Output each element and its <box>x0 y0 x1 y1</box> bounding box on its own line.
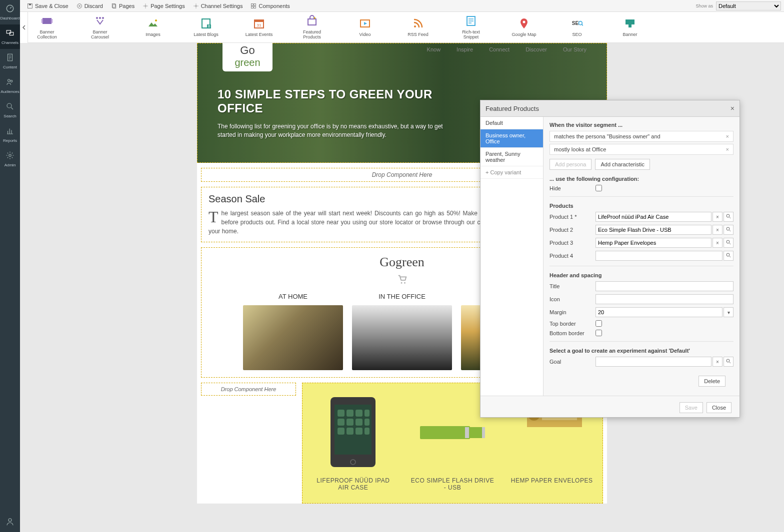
remove-segment-button[interactable]: × <box>726 146 729 152</box>
rail-label: Dashboard <box>0 16 20 20</box>
save-button[interactable]: Save <box>680 402 703 413</box>
clear-button[interactable]: × <box>712 225 722 235</box>
page-settings-label: Page Settings <box>150 3 185 9</box>
title-input[interactable] <box>596 281 734 291</box>
rail-channels[interactable]: Channels <box>0 24 20 49</box>
search-icon <box>726 214 731 219</box>
components-button[interactable]: Components <box>246 3 294 9</box>
triple-col-home[interactable]: AT HOME <box>243 293 343 370</box>
ribbon-rss-feed[interactable]: RSS Feed <box>404 17 432 37</box>
discard-label: Discard <box>84 3 103 9</box>
discard-button[interactable]: Discard <box>72 3 107 9</box>
ribbon-label: Video <box>351 32 379 37</box>
goal-heading: Select a goal to create an experiment ag… <box>550 348 734 354</box>
drop-zone[interactable]: Drop Component Here <box>201 383 296 396</box>
delete-button[interactable]: Delete <box>698 376 726 387</box>
icon-label: Icon <box>550 296 596 302</box>
clear-button[interactable]: × <box>712 212 722 222</box>
rail-dashboard[interactable]: Dashboard <box>0 0 20 24</box>
product-3-label: Product 3 <box>550 240 596 246</box>
clear-button[interactable]: × <box>712 238 722 248</box>
margin-label: Margin <box>550 309 596 315</box>
nav-item[interactable]: Connect <box>489 46 510 52</box>
discard-icon <box>76 3 82 9</box>
nav-item[interactable]: Know <box>427 46 441 52</box>
save-close-button[interactable]: Save & Close <box>23 3 72 9</box>
lookup-button[interactable] <box>724 357 734 367</box>
top-border-label: Top border <box>550 321 596 327</box>
show-as-select[interactable]: Default <box>716 1 781 10</box>
rail-audiences[interactable]: Audiences <box>0 73 20 98</box>
close-button[interactable]: Close <box>706 402 732 413</box>
pages-icon <box>111 3 117 9</box>
bottom-border-checkbox[interactable] <box>596 330 602 336</box>
rail-content[interactable]: Content <box>0 49 20 73</box>
svg-point-14 <box>145 5 146 6</box>
rail-reports[interactable]: Reports <box>0 122 20 147</box>
title-label: Title <box>550 283 596 289</box>
nav-item[interactable]: Inspire <box>456 46 473 52</box>
triple-col-office[interactable]: IN THE OFFICE <box>352 293 452 370</box>
products-icon <box>306 15 318 27</box>
product-1-input[interactable] <box>596 212 712 222</box>
header-spacing-heading: Header and spacing <box>550 272 734 278</box>
product-2-input[interactable] <box>596 225 712 235</box>
lookup-button[interactable] <box>724 225 734 235</box>
lookup-button[interactable] <box>724 212 734 222</box>
segment-text: mostly looks at Office <box>554 146 606 152</box>
product-4-label: Product 4 <box>550 253 596 259</box>
modal-close-button[interactable]: × <box>730 104 734 112</box>
svg-text:B: B <box>208 24 210 28</box>
product-name: HEMP PAPER ENVELOPES <box>510 477 594 484</box>
ribbon-google-map[interactable]: Google Map <box>510 17 538 37</box>
rail-admin[interactable]: Admin <box>0 147 20 171</box>
svg-rect-50 <box>338 419 344 426</box>
ribbon-label: Images <box>139 32 167 37</box>
search-icon <box>726 227 731 232</box>
ribbon-banner[interactable]: Banner <box>616 17 644 37</box>
margin-input[interactable] <box>596 307 722 317</box>
svg-text:SE: SE <box>572 20 579 26</box>
product-3-input[interactable] <box>596 238 712 248</box>
ribbon-video[interactable]: Video <box>351 17 379 37</box>
ribbon-banner-collection[interactable]: Banner Collection <box>33 15 61 40</box>
svg-rect-17 <box>254 3 256 5</box>
variant-item-default[interactable]: Default <box>480 117 543 129</box>
lookup-button[interactable] <box>724 238 734 248</box>
ribbon-featured-products[interactable]: Featured Products <box>298 15 326 40</box>
hide-checkbox[interactable] <box>596 185 602 191</box>
ribbon-latest-blogs[interactable]: B Latest Blogs <box>192 17 220 37</box>
svg-rect-48 <box>356 410 362 417</box>
clear-button[interactable]: × <box>712 357 722 367</box>
rail-search[interactable]: Search <box>0 98 20 122</box>
variant-item-business-owner[interactable]: Business owner, Office <box>480 129 543 148</box>
nav-item[interactable]: Our Story <box>563 46 586 52</box>
ribbon-banner-carousel[interactable]: Banner Carousel <box>86 15 114 40</box>
ribbon-images[interactable]: Images <box>139 17 167 37</box>
ribbon-latest-events[interactable]: 31 Latest Events <box>245 17 273 37</box>
ribbon-label: Rich-text Snippet <box>457 30 485 40</box>
product-4-input[interactable] <box>596 251 722 261</box>
top-border-checkbox[interactable] <box>596 320 602 327</box>
lookup-button[interactable] <box>724 251 734 261</box>
gauge-icon <box>6 4 14 13</box>
variant-item-parent[interactable]: Parent, Sunny weather <box>480 148 543 166</box>
ribbon-seo[interactable]: SE SEO <box>563 17 591 37</box>
page-settings-button[interactable]: Page Settings <box>138 3 189 9</box>
svg-point-24 <box>99 17 101 19</box>
nav-item[interactable]: Discover <box>526 46 547 52</box>
icon-input[interactable] <box>596 294 734 304</box>
channel-settings-button[interactable]: Channel Settings <box>189 3 247 9</box>
seo-icon: SE <box>571 17 583 29</box>
ribbon-richtext-snippet[interactable]: Rich-text Snippet <box>457 15 485 40</box>
pages-button[interactable]: Pages <box>107 3 138 9</box>
add-characteristic-button[interactable]: Add characteristic <box>595 159 650 170</box>
remove-segment-button[interactable]: × <box>726 133 729 139</box>
goal-input[interactable] <box>596 357 712 367</box>
rail-user[interactable] <box>0 513 20 532</box>
logo-line-1: Go <box>240 44 254 57</box>
collapse-ribbon-button[interactable] <box>20 12 28 43</box>
dropdown-button[interactable]: ▾ <box>724 307 734 317</box>
copy-variant-button[interactable]: + Copy variant <box>480 166 543 179</box>
add-persona-button[interactable]: Add persona <box>550 159 592 170</box>
